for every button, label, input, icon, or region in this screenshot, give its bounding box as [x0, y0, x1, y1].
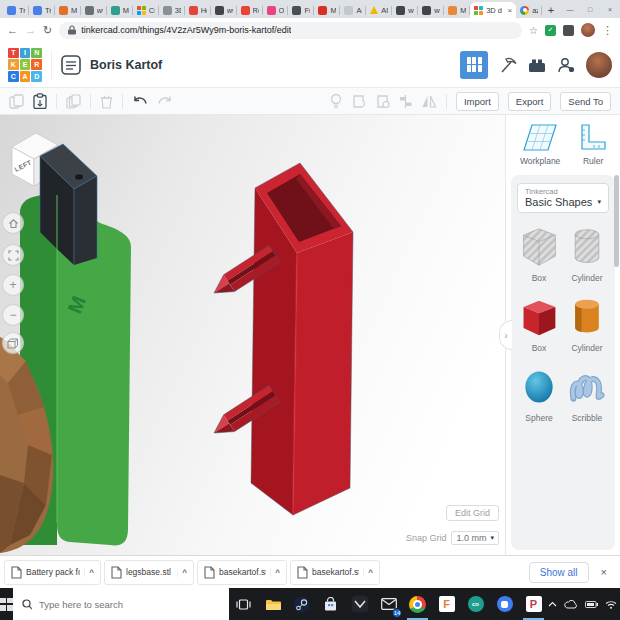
- redo-icon[interactable]: [157, 95, 173, 108]
- design-title[interactable]: Boris Kartof: [90, 58, 162, 72]
- shape-box-transparent[interactable]: Box: [517, 225, 561, 283]
- tinkercad-logo[interactable]: TINKERCAD: [8, 48, 42, 82]
- send-to-button[interactable]: Send To: [560, 92, 611, 111]
- network-tray-icon[interactable]: [605, 600, 617, 609]
- maximize-button[interactable]: □: [580, 0, 600, 18]
- browser-tab[interactable]: Mar: [107, 2, 133, 18]
- new-tab-button[interactable]: +: [542, 2, 560, 18]
- workplane-tool[interactable]: Workplane: [520, 124, 560, 166]
- battery-tray-icon[interactable]: [585, 601, 598, 608]
- browser-tab[interactable]: AU 2: [366, 2, 392, 18]
- browser-tab[interactable]: azer: [516, 2, 542, 18]
- shape-box-red[interactable]: Box: [517, 295, 561, 353]
- duplicate-icon[interactable]: [66, 94, 81, 109]
- app-blue-button[interactable]: [490, 588, 519, 620]
- browser-tab[interactable]: Onl: [263, 2, 289, 18]
- red-object[interactable]: [209, 163, 353, 515]
- shape-sphere[interactable]: Sphere: [517, 365, 561, 423]
- browser-tab[interactable]: Act: [340, 2, 366, 18]
- shape-library-dropdown[interactable]: Tinkercad Basic Shapes ▾: [517, 183, 609, 213]
- task-view-button[interactable]: [229, 588, 258, 620]
- 3d-scene[interactable]: LEFT M: [0, 115, 505, 555]
- browser-tab[interactable]: www: [81, 2, 107, 18]
- chevron-up-icon[interactable]: ^: [177, 568, 187, 577]
- zoom-out-button[interactable]: −: [2, 304, 24, 326]
- download-item[interactable]: basekartof.stl ^: [197, 560, 287, 585]
- chrome-button[interactable]: [403, 588, 432, 620]
- home-view-button[interactable]: [2, 212, 24, 234]
- back-icon[interactable]: ←: [7, 24, 18, 36]
- fit-view-button[interactable]: [2, 244, 24, 266]
- reload-icon[interactable]: ↻: [43, 24, 52, 37]
- blocks-view-button[interactable]: [460, 51, 488, 79]
- sidebar-scrollbar[interactable]: [614, 175, 619, 267]
- browser-tab[interactable]: www: [418, 2, 444, 18]
- browser-tab[interactable]: www: [392, 2, 418, 18]
- file-explorer-button[interactable]: [258, 588, 287, 620]
- download-item[interactable]: legsbase.stl ^: [104, 560, 194, 585]
- shape-scribble[interactable]: Scribble: [565, 365, 609, 423]
- chevron-up-icon[interactable]: ^: [84, 568, 94, 577]
- design-menu-icon[interactable]: [61, 55, 81, 75]
- browser-tab[interactable]: Trad: [3, 2, 29, 18]
- minimize-button[interactable]: —: [560, 0, 580, 18]
- browser-tab[interactable]: 3D d×: [470, 2, 516, 18]
- download-item[interactable]: basekartof.stl ^: [290, 560, 380, 585]
- extension-check-icon[interactable]: ✓: [545, 25, 556, 36]
- import-button[interactable]: Import: [456, 92, 499, 111]
- taskbar-search[interactable]: [13, 588, 229, 620]
- url-field[interactable]: tinkercad.com/things/4V2zAr5Wy9m-boris-k…: [59, 22, 522, 39]
- download-item[interactable]: Battery pack for pri....stl ^: [4, 560, 101, 585]
- ungroup-icon[interactable]: [375, 94, 390, 109]
- brick-icon[interactable]: [528, 57, 546, 73]
- tab-close-icon[interactable]: ×: [507, 6, 512, 15]
- paste-icon[interactable]: [33, 93, 47, 109]
- chevron-up-icon[interactable]: ^: [363, 568, 373, 577]
- kebab-menu-icon[interactable]: ⋮: [602, 24, 613, 37]
- copy-icon[interactable]: [9, 94, 24, 109]
- tools-pickaxe-icon[interactable]: [498, 55, 518, 75]
- browser-tab[interactable]: Mic: [444, 2, 470, 18]
- forward-icon[interactable]: →: [25, 24, 36, 36]
- browser-tab[interactable]: www: [211, 2, 237, 18]
- shape-cylinder-orange[interactable]: Cylinder: [565, 295, 609, 353]
- browser-tab[interactable]: Mic: [314, 2, 340, 18]
- start-button[interactable]: [0, 588, 13, 620]
- mirror-icon[interactable]: [421, 94, 437, 109]
- export-button[interactable]: Export: [508, 92, 551, 111]
- perspective-toggle-button[interactable]: [2, 332, 24, 354]
- game-app-button[interactable]: [345, 588, 374, 620]
- 3d-viewport[interactable]: LEFT M: [0, 115, 505, 555]
- undo-icon[interactable]: [132, 95, 148, 108]
- chevron-up-icon[interactable]: ^: [270, 568, 280, 577]
- app-p-button[interactable]: P: [519, 588, 548, 620]
- bookmark-star-icon[interactable]: ☆: [529, 25, 538, 36]
- edit-grid-button[interactable]: Edit Grid: [446, 505, 499, 521]
- show-all-downloads-button[interactable]: Show all: [529, 562, 589, 583]
- mail-button[interactable]: 14: [374, 588, 403, 620]
- browser-profile-avatar[interactable]: [581, 23, 595, 37]
- close-button[interactable]: ×: [600, 0, 620, 18]
- show-all-lightbulb-icon[interactable]: [330, 93, 342, 109]
- ruler-tool[interactable]: Ruler: [580, 124, 606, 166]
- align-icon[interactable]: [399, 94, 412, 109]
- steam-button[interactable]: [287, 588, 316, 620]
- app-f-button[interactable]: F: [432, 588, 461, 620]
- shape-cylinder-transparent[interactable]: Cylinder: [565, 225, 609, 283]
- onedrive-tray-icon[interactable]: [564, 600, 578, 609]
- store-button[interactable]: [316, 588, 345, 620]
- snap-grid-select[interactable]: 1.0 mm ▾: [451, 531, 499, 545]
- app-co-button[interactable]: co: [461, 588, 490, 620]
- user-avatar[interactable]: [586, 52, 612, 78]
- tray-expand-button[interactable]: [548, 601, 557, 607]
- account-settings-icon[interactable]: [556, 56, 576, 74]
- extension-icon[interactable]: [563, 25, 574, 36]
- browser-tab[interactable]: Fre: [288, 2, 314, 18]
- zoom-in-button[interactable]: +: [2, 274, 24, 296]
- browser-tab[interactable]: Mail: [55, 2, 81, 18]
- browser-tab[interactable]: Trad: [29, 2, 55, 18]
- browser-tab[interactable]: Cue: [133, 2, 159, 18]
- browser-tab[interactable]: How: [185, 2, 211, 18]
- browser-tab[interactable]: 3D C: [159, 2, 185, 18]
- search-input[interactable]: [39, 599, 220, 610]
